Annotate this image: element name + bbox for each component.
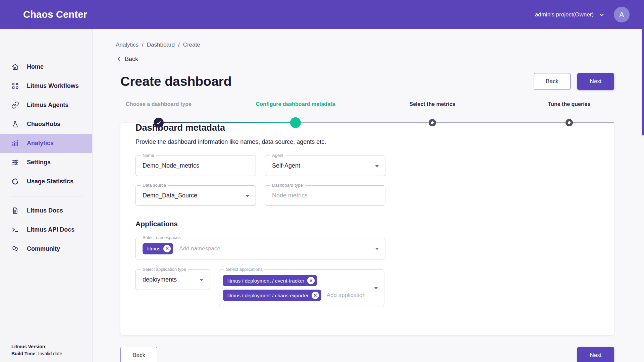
breadcrumb-analytics[interactable]: Analytics (116, 42, 139, 48)
next-button-top[interactable]: Next (577, 73, 614, 90)
step-label-choose-type: Choose a dashboard type (126, 101, 192, 107)
community-icon (11, 245, 19, 253)
sidebar-item-litmus-agents[interactable]: Litmus Agents (0, 96, 92, 115)
application-chip-chaos-exporter[interactable]: litmus / deployment / chaos-exporter ✕ (223, 290, 321, 301)
top-header: Chaos Center admin's project(Owner) A (0, 0, 644, 29)
page-title: Create dashboard (120, 74, 232, 89)
docs-icon (11, 207, 19, 215)
sidebar-item-label: Community (27, 245, 60, 252)
project-selector[interactable]: admin's project(Owner) (535, 11, 605, 18)
caret-down-icon (375, 165, 379, 167)
step-label-tune-queries: Tune the queries (548, 101, 591, 107)
namespace-chip-litmus[interactable]: litmus ✕ (143, 243, 173, 254)
data-source-select[interactable]: Data source Demo_Data_Source (136, 185, 256, 206)
project-selector-label: admin's project(Owner) (535, 11, 594, 18)
agents-icon (11, 101, 19, 109)
build-time-value: Invalid date (38, 351, 62, 356)
application-chip-event-tracker[interactable]: litmus / deployment / event-tracker ✕ (223, 275, 317, 286)
namespaces-select[interactable]: Select namespaces litmus ✕ Add namespace (136, 238, 385, 259)
stepper-line-segment (159, 122, 296, 123)
app-root: Chaos Center admin's project(Owner) A Ho… (0, 0, 644, 362)
chip-label: litmus / deployment / event-tracker (227, 278, 304, 284)
stepper-line-segment (432, 122, 569, 123)
api-docs-icon (11, 226, 19, 234)
name-field-value: Demo_Node_metrics (143, 162, 199, 169)
sidebar-item-litmus-docs[interactable]: Litmus Docs (0, 201, 92, 220)
stepper-labels: Choose a dashboard type Configure dashbo… (120, 101, 614, 108)
sidebar-item-label: ChaosHubs (27, 121, 60, 128)
caret-down-icon (246, 195, 250, 197)
chip-label: litmus (147, 246, 160, 251)
back-link-label: Back (125, 56, 138, 63)
application-type-label: Select application type (141, 267, 188, 272)
name-field[interactable]: Name Demo_Node_metrics (136, 156, 256, 176)
sidebar-item-litmus-workflows[interactable]: Litmus Workflows (0, 76, 92, 96)
agent-select[interactable]: Agent Self-Agent (265, 156, 385, 176)
app-title: Chaos Center (23, 9, 87, 20)
sidebar-item-community[interactable]: Community (0, 239, 92, 258)
next-button-bottom[interactable]: Next (577, 347, 614, 362)
avatar[interactable]: A (614, 7, 630, 22)
back-button-top[interactable]: Back (534, 73, 571, 90)
step-dot-select-metrics[interactable] (429, 119, 436, 126)
header-actions: Back Next (534, 73, 614, 90)
home-icon (11, 63, 19, 71)
application-type-select[interactable]: Select application type deployments (136, 269, 210, 290)
application-type-value: deployments (143, 276, 177, 283)
close-icon[interactable]: ✕ (312, 292, 319, 299)
breadcrumb-create[interactable]: Create (183, 42, 200, 48)
build-time-label: Build Time: (11, 351, 37, 356)
workflows-icon (11, 82, 19, 90)
sidebar-item-settings[interactable]: Settings (0, 153, 92, 172)
sidebar-item-litmus-api-docs[interactable]: Litmus API Docs (0, 220, 92, 239)
agent-field-value: Self-Agent (272, 162, 300, 169)
scrollbar-thumb[interactable] (642, 29, 644, 135)
stepper-line-segment (296, 122, 432, 123)
sidebar-item-label: Usage Statistics (27, 178, 73, 185)
step-label-select-metrics: Select the metrics (410, 101, 455, 107)
title-row: Create dashboard Back Next (120, 73, 614, 90)
stepper-line-segment (569, 122, 614, 123)
namespaces-field-label: Select namespaces (141, 235, 182, 240)
back-button-bottom[interactable]: Back (120, 347, 157, 362)
sidebar-divider (11, 196, 83, 196)
dashboard-type-placeholder: Node metrics (272, 192, 308, 199)
breadcrumb: Analytics / Dashboard / Create (116, 42, 644, 48)
breadcrumb-dashboard[interactable]: Dashboard (147, 42, 175, 48)
dashboard-type-field-label: Dashboard type (270, 183, 305, 188)
breadcrumb-separator: / (178, 42, 180, 48)
sidebar-item-chaoshubs[interactable]: ChaosHubs (0, 115, 92, 134)
sidebar-item-label: Litmus Workflows (27, 82, 79, 89)
sidebar-item-home[interactable]: Home (0, 57, 92, 76)
breadcrumb-separator: / (142, 42, 144, 48)
sidebar-item-label: Litmus Docs (27, 207, 63, 214)
sidebar-item-label: Settings (27, 159, 51, 166)
avatar-initial: A (620, 11, 624, 18)
dashboard-metadata-card: Dashboard metadata Provide the dashboard… (120, 123, 614, 335)
chip-label: litmus / deployment / chaos-exporter (227, 293, 309, 298)
section-title: Dashboard metadata (136, 123, 614, 133)
caret-down-icon (375, 248, 379, 250)
sidebar-item-label: Home (27, 63, 44, 70)
step-dot-tune-queries[interactable] (566, 119, 573, 126)
close-icon[interactable]: ✕ (163, 245, 171, 252)
step-label-configure-metadata: Configure dashboard metadata (256, 101, 335, 107)
back-link[interactable]: Back (116, 55, 153, 63)
settings-icon (11, 159, 19, 166)
check-icon (156, 120, 161, 125)
close-icon[interactable]: ✕ (307, 277, 315, 284)
step-dot-active[interactable] (290, 117, 301, 128)
main-content: Analytics / Dashboard / Create Back Crea… (93, 29, 644, 362)
sidebar-item-label: Litmus API Docs (27, 226, 74, 233)
chaoshubs-icon (11, 120, 19, 128)
sidebar-nav: Home Litmus Workflows Litmus Agents Chao… (0, 29, 92, 258)
sidebar-item-label: Analytics (27, 140, 54, 147)
applications-select[interactable]: Select applications litmus / deployment … (219, 269, 384, 306)
data-source-field-label: Data source (141, 183, 168, 188)
chevron-down-icon (598, 11, 605, 18)
dashboard-type-field[interactable]: Dashboard type Node metrics (265, 185, 385, 206)
sidebar-item-usage-statistics[interactable]: Usage Statistics (0, 172, 92, 191)
step-dot-completed[interactable] (154, 118, 164, 128)
sidebar-item-analytics[interactable]: Analytics (0, 134, 92, 153)
data-source-field-value: Demo_Data_Source (143, 192, 197, 199)
